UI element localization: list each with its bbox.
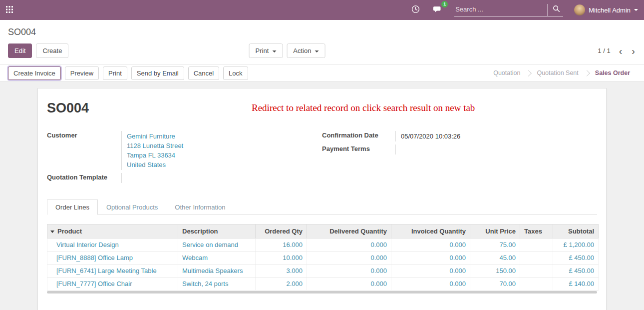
control-panel: SO004 Edit Create Print Action 1 / 1 ‹ ›: [0, 20, 644, 64]
cell-description: Switch, 24 ports: [178, 278, 256, 290]
column-header-product[interactable]: Product: [47, 224, 178, 238]
create-button[interactable]: Create: [36, 44, 68, 58]
unread-count-badge: 1: [441, 1, 448, 8]
navbar-systray: 1 Mitchell Admin: [410, 4, 638, 16]
messages-button[interactable]: 1: [432, 4, 443, 16]
statusbar: Create Invoice Preview Print Send by Ema…: [0, 64, 644, 82]
chevron-down-icon: [272, 50, 276, 52]
chevron-down-icon: [315, 50, 319, 52]
column-header-subtotal[interactable]: Subtotal: [553, 224, 599, 238]
status-step-sales-order[interactable]: Sales Order: [587, 70, 638, 76]
activities-button[interactable]: [410, 4, 421, 16]
preview-button[interactable]: Preview: [65, 66, 99, 80]
column-header-ordered-qty[interactable]: Ordered Qty: [256, 224, 307, 238]
customer-name: Gemini Furniture: [127, 132, 322, 141]
status-step-quotation[interactable]: Quotation: [485, 70, 528, 76]
cell-description: Service on demand: [178, 238, 256, 252]
cell-taxes: [520, 264, 553, 278]
lock-button[interactable]: Lock: [223, 66, 248, 80]
apps-grid-icon: [6, 6, 13, 14]
quotation-template-value: [122, 173, 322, 183]
cell-invoiced-qty: 0.000: [391, 264, 470, 278]
cell-ordered-qty: 16.000: [256, 238, 307, 252]
search-button[interactable]: [547, 4, 563, 16]
pager-previous-button[interactable]: ‹: [618, 48, 624, 54]
cell-description: Multimedia Speakers: [178, 264, 256, 278]
edit-button[interactable]: Edit: [8, 44, 32, 58]
cell-delivered-qty: 0.000: [307, 252, 391, 264]
order-line-row[interactable]: [FURN_8888] Office Lamp Webcam 10.000 0.…: [47, 252, 599, 264]
clock-icon: [411, 5, 420, 15]
order-line-row[interactable]: Virtual Interior Design Service on deman…: [47, 238, 599, 252]
cell-unit-price: 150.00: [470, 264, 520, 278]
cell-taxes: [520, 278, 553, 290]
cancel-button[interactable]: Cancel: [188, 66, 219, 80]
order-line-row[interactable]: [FURN_7777] Office Chair Switch, 24 port…: [47, 278, 599, 290]
payment-terms-label: Payment Terms: [322, 144, 396, 154]
cell-subtotal: £ 450.00: [553, 264, 599, 278]
cell-subtotal: £ 140.00: [553, 278, 599, 290]
cell-ordered-qty: 3.000: [256, 264, 307, 278]
cell-delivered-qty: 0.000: [307, 278, 391, 290]
customer-link[interactable]: Gemini Furniture 1128 Lunetta Street Tam…: [122, 131, 322, 170]
cell-unit-price: 45.00: [470, 252, 520, 264]
form-sheet: SO004 Redirect to related record on clic…: [37, 88, 607, 310]
cell-product: [FURN_6741] Large Meeting Table: [47, 264, 178, 278]
cell-ordered-qty: 2.000: [256, 278, 307, 290]
cell-product: Virtual Interior Design: [47, 238, 178, 252]
print-dropdown[interactable]: Print: [249, 44, 283, 58]
tab-other-information[interactable]: Other Information: [166, 200, 234, 215]
cell-delivered-qty: 0.000: [307, 264, 391, 278]
breadcrumb: SO004: [8, 27, 36, 37]
user-avatar: [574, 4, 585, 16]
annotation-text: Redirect to related record on click sear…: [252, 102, 475, 114]
content-area: SO004 Redirect to related record on clic…: [0, 82, 644, 310]
cell-invoiced-qty: 0.000: [391, 252, 470, 264]
print-statusbar-button[interactable]: Print: [103, 66, 127, 80]
top-navbar: 1 Mitchell Admin: [0, 0, 644, 20]
customer-street: 1128 Lunetta Street: [127, 141, 322, 150]
action-dropdown-label: Action: [293, 47, 311, 54]
tab-optional-products[interactable]: Optional Products: [98, 200, 166, 215]
create-invoice-button[interactable]: Create Invoice: [8, 66, 61, 80]
column-header-delivered-qty[interactable]: Delivered Quantity: [307, 224, 391, 238]
cell-ordered-qty: 10.000: [256, 252, 307, 264]
column-header-taxes[interactable]: Taxes: [520, 224, 553, 238]
cell-subtotal: £ 450.00: [553, 252, 599, 264]
cell-invoiced-qty: 0.000: [391, 238, 470, 252]
pager-counter: 1 / 1: [598, 47, 610, 54]
customer-city: Tampa FL 33634: [127, 150, 322, 160]
cell-subtotal: £ 1,200.00: [553, 238, 599, 252]
column-header-description[interactable]: Description: [178, 224, 256, 238]
print-dropdown-label: Print: [256, 47, 269, 54]
search-icon: [553, 5, 560, 14]
tab-order-lines[interactable]: Order Lines: [47, 200, 98, 215]
search-input[interactable]: [454, 4, 547, 16]
cell-taxes: [520, 252, 553, 264]
notebook-tabs: Order Lines Optional Products Other Info…: [47, 199, 597, 215]
status-step-quotation-sent[interactable]: Quotation Sent: [529, 70, 586, 76]
confirmation-date-label: Confirmation Date: [322, 131, 396, 142]
user-menu[interactable]: Mitchell Admin: [574, 4, 638, 16]
apps-menu-button[interactable]: [5, 5, 14, 16]
table-header-row: Product Description Ordered Qty Delivere…: [47, 224, 599, 238]
chevron-down-icon: [634, 9, 638, 11]
table-horizontal-scrollbar[interactable]: [47, 291, 597, 294]
customer-country: United States: [127, 160, 322, 170]
order-line-row[interactable]: [FURN_6741] Large Meeting Table Multimed…: [47, 264, 599, 278]
action-dropdown[interactable]: Action: [287, 44, 325, 58]
cell-taxes: [520, 238, 553, 252]
cell-unit-price: 70.00: [470, 278, 520, 290]
order-lines-table: Product Description Ordered Qty Delivere…: [47, 224, 599, 290]
cell-delivered-qty: 0.000: [307, 238, 391, 252]
column-header-invoiced-qty[interactable]: Invoiced Quantity: [391, 224, 470, 238]
column-header-unit-price[interactable]: Unit Price: [470, 224, 520, 238]
navbar-search: [454, 4, 563, 16]
customer-field-label: Customer: [47, 131, 122, 170]
pager-next-button[interactable]: ›: [631, 48, 636, 54]
product-header-label: Product: [57, 228, 82, 235]
cell-product: [FURN_7777] Office Chair: [47, 278, 178, 290]
send-by-email-button[interactable]: Send by Email: [131, 66, 184, 80]
payment-terms-value: [396, 144, 597, 154]
column-caret-icon[interactable]: [50, 230, 54, 233]
